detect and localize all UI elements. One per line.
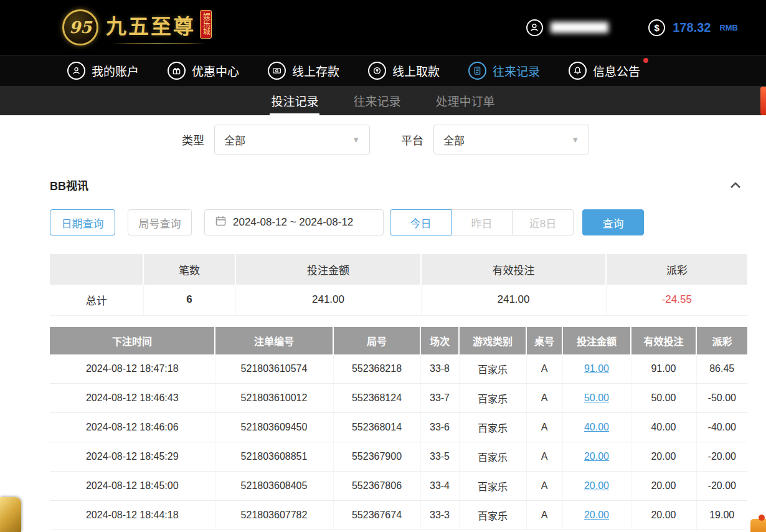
table-row: 2024-08-12 18:44:18 521803607782 5523676… [50,501,747,530]
bell-icon [569,62,587,80]
section-title: BB视讯 [50,177,88,193]
cell-order-number: 521803610012 [215,384,333,413]
tab-transaction-records[interactable]: 往来记录 [349,86,404,115]
date-range-input[interactable]: 2024-08-12 ~ 2024-08-12 [204,209,384,235]
cell-bet-amount: 20.00 [562,472,631,501]
cell-bet-time: 2024-08-12 18:46:06 [50,413,215,442]
cell-bet-time: 2024-08-12 18:47:18 [50,354,215,384]
nav-item-label: 优惠中心 [192,62,239,79]
cell-order-number: 521803608851 [215,442,333,472]
col-table-number: 桌号 [526,327,562,354]
bet-amount-link[interactable]: 20.00 [584,510,609,520]
cell-payout: -40.00 [696,413,747,442]
today-button[interactable]: 今日 [390,209,452,235]
bet-amount-link[interactable]: 20.00 [584,480,609,491]
tab-processing-orders[interactable]: 处理中订单 [432,86,499,115]
bet-amount-link[interactable]: 50.00 [584,392,609,403]
cell-payout: 19.00 [696,501,747,530]
summary-payout-value: -24.55 [606,285,747,315]
logo-flourish-decoration [112,42,206,45]
cell-valid-bet: 20.00 [631,442,696,472]
balance-amount: 178.32 [673,21,711,35]
topbar-right: ██████████ $ 178.32 RMB [526,19,738,36]
edge-floating-widget[interactable] [760,87,766,115]
recent-8-days-button[interactable]: 近8日 [512,209,574,235]
summary-table: 笔数 投注金额 有效投注 派彩 总计 6 241.00 241.00 -24.5… [50,254,747,316]
bet-amount-link[interactable]: 91.00 [584,363,609,374]
cell-game-type: 百家乐 [459,442,526,472]
cell-bet-amount: 20.00 [562,442,631,472]
main-nav: 我的账户 优惠中心 线上存款 线上取款 往来记录 [0,55,766,86]
nav-item-online-deposit[interactable]: 线上存款 [268,62,339,80]
col-round-number: 局号 [333,327,420,354]
date-range-value: 2024-08-12 ~ 2024-08-12 [233,216,353,229]
round-query-button[interactable]: 局号查询 [128,209,192,235]
bottom-right-service-widget[interactable] [750,519,766,532]
gift-icon [168,62,186,80]
cell-round-number: 552368014 [333,413,420,442]
username-blurred: ██████████ [551,22,608,33]
cell-table-number: A [526,442,562,472]
table-row: 2024-08-12 18:47:18 521803610574 5523682… [50,354,747,384]
summary-header-count: 笔数 [143,254,235,285]
bottom-left-promo-widget[interactable] [0,497,21,532]
logo-95-icon: 95 [62,9,98,45]
cell-payout: -50.00 [696,384,747,413]
bet-amount-link[interactable]: 40.00 [584,422,609,432]
table-row: 2024-08-12 18:45:29 521803608851 5523679… [50,442,747,472]
topbar: 95 九五至尊 娱乐城 ██████████ $ 178.32 RMB [0,0,766,55]
nav-item-online-withdrawal[interactable]: 线上取款 [368,62,440,80]
table-header-row: 下注时间 注单编号 局号 场次 游戏类别 桌号 投注金额 有效投注 派彩 [50,327,747,354]
platform-select[interactable]: 全部 ▼ [433,125,589,154]
cell-payout: -20.00 [696,472,747,501]
col-valid-bet: 有效投注 [631,327,696,354]
cell-bet-amount: 20.00 [562,501,631,530]
cell-valid-bet: 20.00 [631,472,696,501]
dollar-icon: $ [648,19,665,36]
summary-total-label: 总计 [50,285,143,315]
cell-bet-amount: 91.00 [562,354,631,384]
col-session: 场次 [420,327,459,354]
nav-item-announcements[interactable]: 信息公告 [569,62,640,80]
cell-round-number: 552368218 [333,354,420,384]
section-header: BB视讯 [50,177,747,193]
account-person-icon [67,62,85,80]
cell-round-number: 552367900 [333,442,420,472]
logo-text: 九五至尊 娱乐城 [106,10,212,45]
col-order-number: 注单编号 [215,327,333,354]
search-button[interactable]: 查询 [582,209,644,235]
tab-betting-records[interactable]: 投注记录 [267,86,322,115]
nav-item-label: 我的账户 [92,62,139,79]
bet-amount-link[interactable]: 20.00 [584,451,609,462]
cell-order-number: 521803609450 [215,413,333,442]
site-logo[interactable]: 95 九五至尊 娱乐城 [62,9,212,45]
cell-game-type: 百家乐 [459,472,526,501]
cell-valid-bet: 91.00 [631,354,696,384]
cell-valid-bet: 20.00 [631,501,696,530]
col-bet-time: 下注时间 [50,327,215,354]
cell-table-number: A [526,472,562,501]
record-tabs: 投注记录 往来记录 处理中订单 [0,86,766,115]
summary-bet-value: 241.00 [235,285,421,315]
summary-header-bet: 投注金额 [235,254,421,285]
cell-bet-time: 2024-08-12 18:46:43 [50,384,215,413]
filter-row: 类型 全部 ▼ 平台 全部 ▼ [50,125,747,154]
collapse-section-button[interactable] [730,182,741,189]
nav-item-my-account[interactable]: 我的账户 [67,62,139,80]
calendar-icon [215,216,226,229]
summary-header-blank [50,254,143,285]
page: 95 九五至尊 娱乐城 ██████████ $ 178.32 RMB [0,0,766,532]
type-select[interactable]: 全部 ▼ [214,125,370,154]
quick-date-group: 今日 昨日 近8日 [390,209,574,235]
nav-item-promotions[interactable]: 优惠中心 [168,62,239,80]
account-menu[interactable]: ██████████ [526,19,608,36]
cell-game-type: 百家乐 [459,413,526,442]
cell-table-number: A [526,501,562,530]
date-query-button[interactable]: 日期查询 [50,209,115,235]
table-row: 2024-08-12 18:46:43 521803610012 5523681… [50,384,747,413]
balance-display: $ 178.32 RMB [648,19,738,36]
withdraw-coin-icon [368,62,386,80]
cell-bet-amount: 50.00 [562,384,631,413]
nav-item-transaction-records[interactable]: 往来记录 [468,62,540,80]
yesterday-button[interactable]: 昨日 [451,209,513,235]
